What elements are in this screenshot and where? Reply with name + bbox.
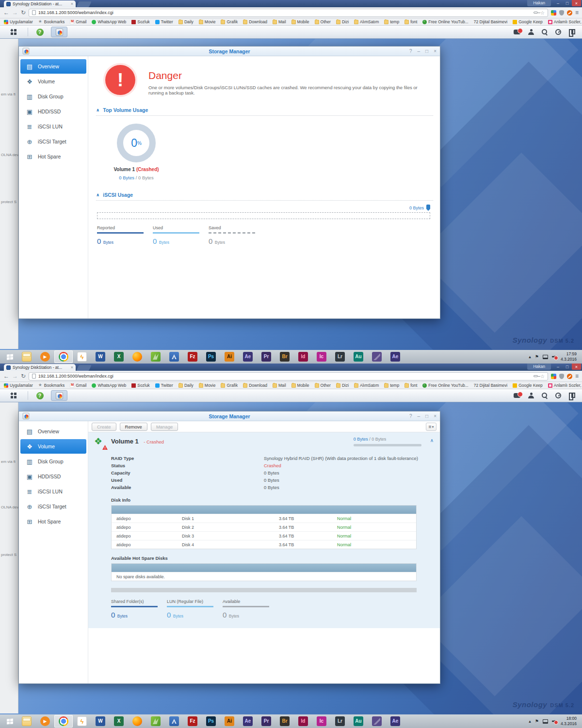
taskbar-app-button[interactable] (128, 350, 146, 363)
taskbar-app-button[interactable]: X (110, 350, 128, 363)
taskbar-app-button[interactable] (54, 350, 73, 363)
taskbar-app-button[interactable]: Ic (312, 715, 331, 728)
tab-close-icon[interactable]: × (71, 365, 73, 370)
bookmark-item[interactable]: AlımSatım (354, 383, 379, 388)
bookmark-item[interactable]: temp (384, 19, 399, 24)
network-icon[interactable] (543, 719, 548, 724)
reload-icon[interactable]: ↻ (21, 10, 26, 16)
bookmark-item[interactable]: Download (243, 383, 267, 388)
taskbar-app-button[interactable] (368, 350, 386, 363)
table-row[interactable]: atidepo Disk 2 3.64 TB Normal (112, 522, 416, 531)
browser-tab[interactable]: Synology DiskStation - at... × (4, 0, 76, 7)
taskbar-app-button[interactable]: Id (294, 715, 312, 728)
widgets-icon[interactable] (569, 29, 575, 35)
bookmark-item[interactable]: WhatsApp Web (92, 19, 126, 24)
table-row[interactable]: atidepo Disk 4 3.64 TB Normal (112, 540, 416, 549)
bookmark-item[interactable]: Gmail (70, 383, 86, 388)
bookmark-item[interactable]: temp (384, 383, 399, 388)
extension-shield-icon[interactable] (559, 374, 564, 379)
maximize-button[interactable]: □ (563, 364, 572, 370)
sidebar-item[interactable]: ≣ iSCSI LUN (20, 484, 86, 499)
taskbar-app-button[interactable]: Ic (312, 350, 331, 363)
bookmark-item[interactable]: Sozluk (131, 19, 150, 24)
pilot-view-icon[interactable] (555, 393, 561, 398)
sidebar-item[interactable]: ❖ Volume (20, 74, 86, 89)
table-row[interactable]: atidepo Disk 3 3.64 TB Normal (112, 531, 416, 540)
volume-used-link[interactable]: 0 Bytes (119, 175, 134, 180)
taskbar-app-button[interactable] (17, 715, 36, 728)
main-menu-button[interactable] (5, 27, 22, 37)
collapse-icon[interactable]: ∧ (96, 108, 99, 112)
bookmark-star-icon[interactable]: ☆ (540, 374, 545, 379)
search-icon[interactable] (542, 393, 548, 398)
bookmark-item[interactable]: Free Online YouTub... (422, 383, 468, 388)
bookmark-item[interactable]: Movie (199, 383, 216, 388)
extension-orange-icon[interactable] (567, 10, 572, 16)
taskbar-app-button[interactable]: Fz (183, 715, 202, 728)
sidebar-item[interactable]: ▤ Overview (20, 59, 86, 74)
help-button[interactable]: ? (409, 413, 412, 419)
taskbar-app-button[interactable]: Ae (239, 715, 257, 728)
taskbar-app-button[interactable] (17, 350, 36, 363)
taskbar-app-button[interactable]: Ae (386, 715, 404, 728)
taskbar-app-button[interactable]: Fz (183, 350, 202, 363)
sidebar-item[interactable]: ❖ Volume (20, 439, 86, 454)
taskbar-app-button[interactable]: Lr (331, 350, 349, 363)
sidebar-item[interactable]: ▣ HDD/SSD (20, 104, 86, 119)
taskbar-app-button[interactable]: Au (349, 715, 368, 728)
taskbar-app-button[interactable]: Ps (202, 715, 220, 728)
tray-expand-icon[interactable]: ▴ (529, 355, 531, 359)
bookmark-item[interactable]: Twitter (155, 19, 173, 24)
toolbar-button[interactable]: Remove (120, 423, 147, 431)
usage-used-link[interactable]: 0 Bytes (354, 437, 368, 442)
chrome-menu-icon[interactable]: ≡ (575, 9, 579, 16)
bookmark-item[interactable]: Mail (273, 19, 286, 24)
key-icon[interactable] (534, 375, 538, 377)
toolbar-button[interactable]: Manage (151, 423, 178, 431)
bookmark-item[interactable]: Movie (199, 19, 216, 24)
url-text[interactable]: 192.168.1.200:5000/webman/index.cgi (38, 10, 531, 15)
back-icon[interactable]: ← (3, 10, 9, 16)
volume-muted-icon[interactable] (552, 355, 557, 359)
sidebar-item[interactable]: ⊞ Hot Spare (20, 149, 86, 164)
back-icon[interactable]: ← (3, 373, 9, 379)
taskbar-app-button[interactable]: Pr (257, 350, 275, 363)
chrome-menu-icon[interactable]: ≡ (575, 373, 579, 380)
bookmark-item[interactable]: Mobile (291, 383, 309, 388)
storage-manager-titlebar[interactable]: Storage Manager ? – □ × (19, 411, 440, 421)
bookmark-item[interactable]: Twitter (155, 383, 173, 388)
new-tab-button[interactable] (76, 365, 92, 371)
slider-handle-icon[interactable] (426, 205, 430, 211)
close-button[interactable]: × (434, 48, 436, 54)
bookmark-item[interactable]: Google Keep (513, 383, 543, 388)
close-button[interactable]: × (572, 364, 581, 370)
taskbar-app-button[interactable] (146, 715, 165, 728)
network-icon[interactable] (543, 355, 548, 359)
bookmark-item[interactable]: Mobile (291, 19, 309, 24)
bookmark-item[interactable]: Uygulamalar (4, 19, 33, 24)
taskbar-app-button[interactable] (165, 715, 183, 728)
taskbar-app-button[interactable]: Lr (331, 715, 349, 728)
section-iscsi-usage[interactable]: ∧ iSCSI Usage (96, 192, 433, 198)
volume-panel-header[interactable]: ❖ ! Volume 1 - Crashed 0 Bytes / 0 Byte (94, 437, 434, 448)
user-icon[interactable] (528, 393, 534, 398)
taskbar-app-button[interactable] (165, 350, 183, 363)
taskbar-app-button[interactable]: Ps (202, 350, 220, 363)
bookmark-item[interactable]: WhatsApp Web (92, 383, 126, 388)
address-bar[interactable]: 192.168.1.200:5000/webman/index.cgi ☆ (29, 372, 548, 380)
reload-icon[interactable]: ↻ (21, 373, 26, 379)
bookmark-item[interactable]: Other (315, 383, 331, 388)
close-button[interactable]: × (434, 413, 436, 419)
bookmark-item[interactable]: Sozluk (131, 383, 150, 388)
taskbar-app-button[interactable]: X (110, 715, 128, 728)
key-icon[interactable] (534, 12, 538, 14)
browser-tab[interactable]: Synology DiskStation - at... × (4, 364, 76, 371)
bookmark-item[interactable]: Grafik (221, 19, 238, 24)
help-button[interactable]: ? (31, 391, 48, 401)
new-tab-button[interactable] (76, 1, 92, 7)
notifications-icon[interactable] (514, 393, 520, 398)
minimize-button[interactable]: – (418, 48, 420, 54)
bookmark-item[interactable]: Dizi (336, 383, 349, 388)
bookmark-item[interactable]: Bookmarks (38, 19, 65, 24)
minimize-button[interactable]: – (553, 0, 563, 6)
